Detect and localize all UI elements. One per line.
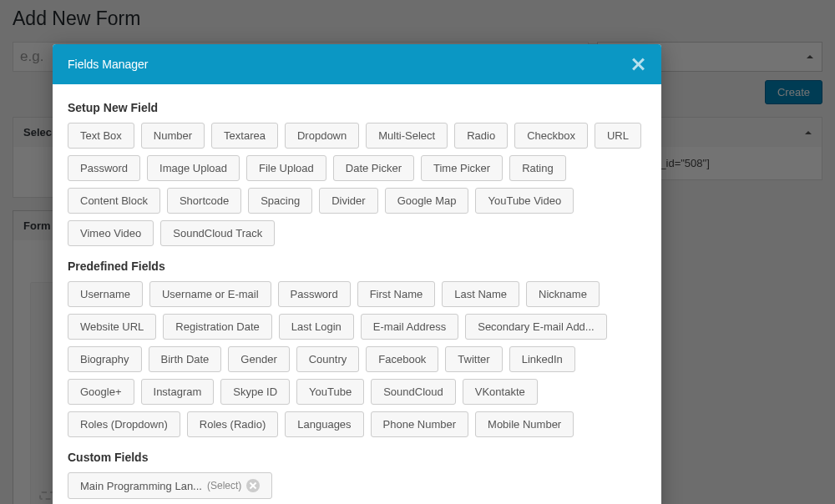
field-facebook[interactable]: Facebook [366, 346, 438, 372]
field-username[interactable]: Username [68, 281, 143, 307]
field-rating[interactable]: Rating [509, 155, 566, 181]
field-google[interactable]: Google+ [68, 379, 134, 405]
field-soundcloud-track[interactable]: SoundCloud Track [160, 220, 275, 246]
field-country[interactable]: Country [296, 346, 360, 372]
field-label: Main Programming Lan... [80, 480, 202, 492]
field-soundcloud[interactable]: SoundCloud [371, 379, 456, 405]
field-biography[interactable]: Biography [68, 346, 142, 372]
field-skype-id[interactable]: Skype ID [220, 379, 290, 405]
field-website-url[interactable]: Website URL [68, 314, 156, 340]
remove-field-icon[interactable] [246, 479, 260, 492]
field-password[interactable]: Password [278, 281, 351, 307]
field-main-programming-lan[interactable]: Main Programming Lan...(Select) [68, 472, 272, 499]
section-title-predefined: Predefined Fields [68, 260, 646, 273]
field-checkbox[interactable]: Checkbox [514, 123, 588, 149]
field-time-picker[interactable]: Time Picker [421, 155, 503, 181]
field-content-block[interactable]: Content Block [68, 188, 160, 214]
field-phone-number[interactable]: Phone Number [371, 411, 468, 437]
field-roles-radio[interactable]: Roles (Radio) [187, 411, 278, 437]
field-twitter[interactable]: Twitter [445, 346, 502, 372]
field-youtube-video[interactable]: YouTube Video [475, 188, 574, 214]
fields-manager-modal: Fields Manager Setup New Field Text BoxN… [53, 44, 661, 504]
field-radio[interactable]: Radio [454, 123, 508, 149]
field-date-picker[interactable]: Date Picker [333, 155, 414, 181]
field-youtube[interactable]: YouTube [296, 379, 364, 405]
field-gender[interactable]: Gender [228, 346, 289, 372]
field-multi-select[interactable]: Multi-Select [366, 123, 448, 149]
field-dropdown[interactable]: Dropdown [285, 123, 359, 149]
section-title-setup: Setup New Field [68, 101, 646, 114]
field-last-name[interactable]: Last Name [442, 281, 519, 307]
field-divider[interactable]: Divider [319, 188, 377, 214]
custom-fields-grid: Main Programming Lan...(Select) [68, 472, 646, 499]
field-instagram[interactable]: Instagram [141, 379, 215, 405]
modal-title: Fields Manager [68, 58, 149, 71]
predefined-fields-grid: UsernameUsername or E-mailPasswordFirst … [68, 281, 646, 437]
section-title-custom: Custom Fields [68, 451, 646, 464]
field-text-box[interactable]: Text Box [68, 123, 134, 149]
field-password[interactable]: Password [68, 155, 140, 181]
field-e-mail-address[interactable]: E-mail Address [361, 314, 458, 340]
field-number[interactable]: Number [141, 123, 205, 149]
field-textarea[interactable]: Textarea [211, 123, 278, 149]
close-icon[interactable] [630, 56, 646, 73]
field-spacing[interactable]: Spacing [248, 188, 312, 214]
field-birth-date[interactable]: Birth Date [149, 346, 222, 372]
field-vimeo-video[interactable]: Vimeo Video [68, 220, 154, 246]
field-first-name[interactable]: First Name [357, 281, 436, 307]
field-url[interactable]: URL [595, 123, 641, 149]
field-username-or-e-mail[interactable]: Username or E-mail [149, 281, 271, 307]
setup-fields-grid: Text BoxNumberTextareaDropdownMulti-Sele… [68, 123, 646, 246]
field-mobile-number[interactable]: Mobile Number [475, 411, 574, 437]
field-secondary-e-mail-add[interactable]: Secondary E-mail Add... [465, 314, 606, 340]
field-last-login[interactable]: Last Login [279, 314, 354, 340]
field-google-map[interactable]: Google Map [385, 188, 469, 214]
field-linkedin[interactable]: LinkedIn [509, 346, 575, 372]
field-type: (Select) [207, 480, 241, 491]
field-image-upload[interactable]: Image Upload [147, 155, 240, 181]
field-nickname[interactable]: Nickname [526, 281, 600, 307]
field-languages[interactable]: Languages [285, 411, 363, 437]
field-shortcode[interactable]: Shortcode [167, 188, 241, 214]
field-registration-date[interactable]: Registration Date [163, 314, 271, 340]
field-roles-dropdown[interactable]: Roles (Dropdown) [68, 411, 180, 437]
field-file-upload[interactable]: File Upload [246, 155, 326, 181]
field-vkontakte[interactable]: VKontakte [463, 379, 538, 405]
